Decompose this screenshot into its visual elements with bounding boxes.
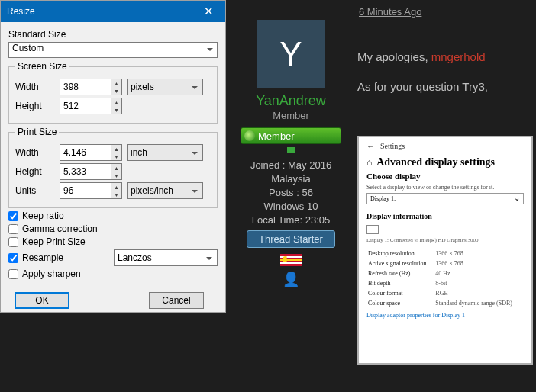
screen-height-input[interactable]: ▲▼ xyxy=(60,98,122,114)
user-mention[interactable]: mngerhold xyxy=(431,50,486,63)
print-height-input[interactable]: ▲▼ xyxy=(60,163,122,180)
screen-size-legend: Screen Size xyxy=(15,61,69,72)
height-label: Height xyxy=(15,101,60,111)
table-row: Colour spaceStandard dynamic range (SDR) xyxy=(368,299,522,307)
table-row: Active signal resolution1366 × 768 xyxy=(368,259,522,268)
screen-width-input[interactable]: ▲▼ xyxy=(60,79,122,95)
post-timestamp[interactable]: 6 Minutes Ago xyxy=(226,0,536,18)
standard-size-label: Standard Size xyxy=(8,29,66,40)
member-badge: Member xyxy=(241,127,341,144)
print-width-input[interactable]: ▲▼ xyxy=(60,144,122,161)
os-stat: Windows 10 xyxy=(226,201,356,212)
resample-method-select[interactable]: Lanczos xyxy=(114,249,218,266)
joined-stat: Joined : May 2016 xyxy=(226,159,356,171)
print-size-group: Print Size Width ▲▼ inch Height ▲▼ Units xyxy=(8,127,218,208)
display-info-title: Display information xyxy=(366,212,524,220)
close-icon[interactable]: ✕ xyxy=(198,5,219,18)
spinner-up-icon[interactable]: ▲ xyxy=(111,98,121,106)
monitor-icon xyxy=(366,225,379,234)
keep-ratio-checkbox[interactable] xyxy=(8,211,18,221)
screen-unit-select[interactable]: pixels xyxy=(127,79,203,95)
flag-icon xyxy=(280,254,302,266)
avatar[interactable]: Y xyxy=(257,20,325,88)
screen-size-group: Screen Size Width ▲▼ pixels Height ▲▼ xyxy=(8,61,218,124)
ok-button[interactable]: OK xyxy=(15,292,69,309)
units-label: Units xyxy=(15,185,60,196)
resize-dialog: Resize ✕ Standard Size Custom Screen Siz… xyxy=(0,0,226,313)
back-icon: ← xyxy=(366,142,374,150)
choose-hint: Select a display to view or change the s… xyxy=(366,184,524,191)
print-unit-select[interactable]: inch xyxy=(127,144,203,161)
thread-starter-badge: Thread Starter xyxy=(247,230,335,248)
embedded-screenshot: ←Settings ⌂Advanced display settings Cho… xyxy=(357,136,533,365)
post-content: My apologies, mngerhold As for your ques… xyxy=(357,50,536,110)
table-row: Bit depth8-bit xyxy=(368,279,522,288)
gamma-checkbox[interactable] xyxy=(8,224,18,234)
sharpen-checkbox[interactable] xyxy=(8,269,18,279)
spinner-down-icon[interactable]: ▼ xyxy=(111,87,121,95)
keep-print-checkbox[interactable] xyxy=(8,237,18,247)
titlebar[interactable]: Resize ✕ xyxy=(1,1,225,22)
dialog-title: Resize xyxy=(7,6,198,17)
user-sidebar: Y YanAndrew Member Member Joined : May 2… xyxy=(226,20,356,288)
connection-text: Display 1: Connected to Intel(R) HD Grap… xyxy=(366,237,524,243)
display-info-table: Desktop resolution1366 × 768 Active sign… xyxy=(366,248,524,309)
posts-stat: Posts : 56 xyxy=(226,187,356,198)
country-stat: Malaysia xyxy=(226,173,356,185)
table-row: Refresh rate (Hz)40 Hz xyxy=(368,269,522,278)
user-role: Member xyxy=(226,110,356,121)
width-label: Width xyxy=(15,82,60,92)
username[interactable]: YanAndrew xyxy=(226,93,356,109)
adapter-link: Display adaptor properties for Display 1 xyxy=(366,312,524,319)
cancel-button[interactable]: Cancel xyxy=(149,292,204,309)
resample-checkbox[interactable] xyxy=(8,253,18,263)
units-unit-select[interactable]: pixels/inch xyxy=(127,182,203,199)
table-row: Desktop resolution1366 × 768 xyxy=(368,249,522,258)
table-row: Colour formatRGB xyxy=(368,289,522,297)
print-size-legend: Print Size xyxy=(15,127,59,137)
profile-icon[interactable]: 👤 xyxy=(226,271,356,288)
home-icon: ⌂ xyxy=(366,157,372,169)
spinner-down-icon[interactable]: ▼ xyxy=(111,106,121,114)
spinner-up-icon[interactable]: ▲ xyxy=(111,79,121,87)
standard-size-select[interactable]: Custom xyxy=(8,42,218,58)
rep-bar xyxy=(287,147,295,153)
display-select: Display 1: xyxy=(366,193,524,204)
embed-nav: ←Settings xyxy=(366,142,524,150)
choose-display-label: Choose display xyxy=(366,172,524,181)
embed-title: ⌂Advanced display settings xyxy=(366,156,524,169)
units-input[interactable]: ▲▼ xyxy=(60,182,122,199)
localtime-stat: Local Time: 23:05 xyxy=(226,214,356,226)
